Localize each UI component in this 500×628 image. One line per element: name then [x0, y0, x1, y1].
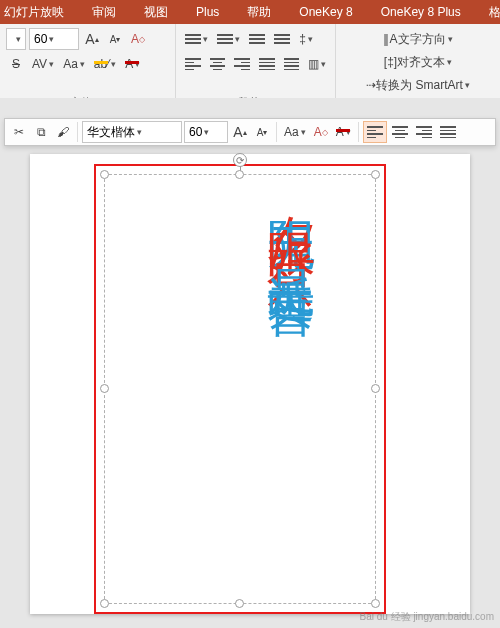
mini-changecase-button[interactable]: Aa▾ [281, 121, 309, 143]
mini-font-combo[interactable]: 华文楷体▾ [82, 121, 182, 143]
font-size-combo[interactable]: 60▾ [29, 28, 79, 50]
tab-onekey8[interactable]: OneKey 8 [289, 3, 362, 21]
mini-font-color-button[interactable]: A▾ [333, 121, 354, 143]
mini-paint-icon[interactable]: 🖌 [53, 121, 73, 143]
align-right-button[interactable] [231, 53, 253, 75]
line-spacing-button[interactable]: ‡▾ [296, 28, 316, 50]
resize-handle-ml[interactable] [100, 384, 109, 393]
bullets-button[interactable]: ▾ [182, 28, 211, 50]
align-justify-button[interactable] [256, 53, 278, 75]
numbering-button[interactable]: ▾ [214, 28, 243, 50]
mini-shrink-button[interactable]: A▾ [252, 121, 272, 143]
mini-align-center-button[interactable] [389, 121, 411, 143]
resize-handle-tl[interactable] [100, 170, 109, 179]
text-direction-button[interactable]: ‖A 文字方向▾ [342, 28, 494, 50]
resize-handle-mr[interactable] [371, 384, 380, 393]
clear-format-button[interactable]: A◇ [128, 28, 148, 50]
mini-align-justify-button[interactable] [437, 121, 459, 143]
char-spacing-button[interactable]: AV▾ [29, 53, 57, 75]
font-name-combo[interactable]: ▾ [6, 28, 26, 50]
align-left-button[interactable] [182, 53, 204, 75]
slide-canvas[interactable]: ⟳ 夕阳无限好 只是近黄昏 [30, 154, 470, 614]
distribute-button[interactable] [281, 53, 303, 75]
mini-copy-icon[interactable]: ⧉ [31, 121, 51, 143]
indent-increase-button[interactable] [271, 28, 293, 50]
tab-onekey8plus[interactable]: OneKey 8 Plus [371, 3, 471, 21]
change-case-button[interactable]: Aa▾ [60, 53, 88, 75]
indent-decrease-button[interactable] [246, 28, 268, 50]
poem-line-1: 夕阳无限好 [252, 177, 329, 207]
vertical-text-content[interactable]: 夕阳无限好 只是近黄昏 [252, 177, 329, 601]
resize-handle-tr[interactable] [371, 170, 380, 179]
tab-plus[interactable]: Plus [186, 3, 229, 21]
resize-handle-tm[interactable] [235, 170, 244, 179]
grow-font-button[interactable]: A▴ [82, 28, 102, 50]
mini-align-right-button[interactable] [413, 121, 435, 143]
mini-clear-format-button[interactable]: A◇ [311, 121, 331, 143]
rotate-handle[interactable]: ⟳ [233, 153, 247, 167]
ribbon-tab-strip: 幻灯片放映 审阅 视图 Plus 帮助 OneKey 8 OneKey 8 Pl… [0, 0, 500, 24]
font-color-button[interactable]: A▾ [122, 53, 143, 75]
poem-line-2: 只是近黄昏 [252, 225, 329, 255]
convert-smartart-button[interactable]: ⇢ 转换为 SmartArt▾ [342, 74, 494, 96]
resize-handle-br[interactable] [371, 599, 380, 608]
mini-grow-button[interactable]: A▴ [230, 121, 250, 143]
tab-slideshow[interactable]: 幻灯片放映 [4, 2, 74, 23]
resize-handle-bm[interactable] [235, 599, 244, 608]
watermark: Bai du 经验 jingyan.baidu.com [359, 610, 494, 624]
resize-handle-bl[interactable] [100, 599, 109, 608]
mini-align-left-button[interactable] [363, 121, 387, 143]
highlight-button[interactable]: ab⁄▾ [91, 53, 119, 75]
strike-button[interactable]: S [6, 53, 26, 75]
columns-button[interactable]: ▥▾ [305, 53, 329, 75]
tab-format-edge[interactable]: 格 [479, 2, 500, 23]
tab-review[interactable]: 审阅 [82, 2, 126, 23]
shrink-font-button[interactable]: A▾ [105, 28, 125, 50]
tab-help[interactable]: 帮助 [237, 2, 281, 23]
tab-view[interactable]: 视图 [134, 2, 178, 23]
mini-size-combo[interactable]: 60▾ [184, 121, 228, 143]
selected-textbox[interactable]: ⟳ 夕阳无限好 只是近黄昏 [104, 174, 376, 604]
slide-workspace: ⟳ 夕阳无限好 只是近黄昏 Bai du 经验 jingyan.baidu.co… [0, 98, 500, 628]
mini-cut-icon[interactable]: ✂ [9, 121, 29, 143]
align-center-button[interactable] [207, 53, 229, 75]
align-text-button[interactable]: [‡] 对齐文本▾ [342, 51, 494, 73]
mini-toolbar: ✂ ⧉ 🖌 华文楷体▾ 60▾ A▴ A▾ Aa▾ A◇ A▾ [4, 118, 496, 146]
